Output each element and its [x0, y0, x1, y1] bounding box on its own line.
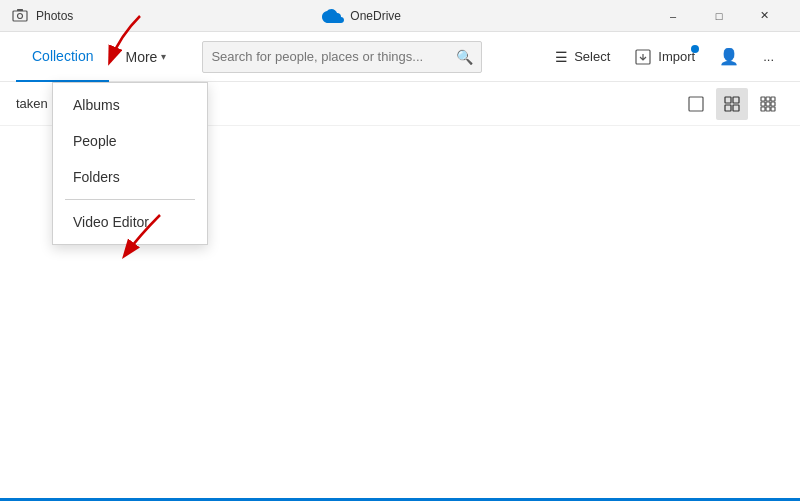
dropdown-item-video-editor[interactable]: Video Editor: [53, 204, 207, 240]
dropdown-item-people[interactable]: People: [53, 123, 207, 159]
import-badge: [691, 45, 699, 53]
svg-rect-13: [766, 102, 770, 106]
account-button[interactable]: 👤: [709, 41, 749, 73]
svg-rect-16: [766, 107, 770, 111]
svg-rect-10: [766, 97, 770, 101]
onedrive-area: OneDrive: [322, 9, 401, 23]
list-view-button[interactable]: [680, 88, 712, 120]
search-input[interactable]: [211, 49, 450, 64]
svg-rect-7: [725, 105, 731, 111]
onedrive-label: OneDrive: [350, 9, 401, 23]
title-bar-controls: – □ ✕: [650, 0, 788, 32]
more-dropdown-menu: Albums People Folders Video Editor: [52, 82, 208, 245]
dropdown-divider: [65, 199, 195, 200]
onedrive-icon: [322, 9, 344, 23]
svg-rect-2: [17, 9, 23, 11]
search-icon: 🔍: [456, 49, 473, 65]
view-buttons: [680, 88, 784, 120]
tab-more[interactable]: More ▾: [113, 32, 178, 82]
app-title: Photos: [36, 9, 73, 23]
large-grid-view-button[interactable]: [752, 88, 784, 120]
date-taken-label: taken: [16, 96, 48, 111]
close-button[interactable]: ✕: [742, 0, 788, 32]
svg-point-1: [18, 13, 23, 18]
select-button[interactable]: ☰ Select: [545, 41, 620, 73]
search-bar[interactable]: 🔍: [202, 41, 482, 73]
nav-bar: Collection More ▾ 🔍 ☰ Select Import 👤 ..…: [0, 32, 800, 82]
more-options-button[interactable]: ...: [753, 41, 784, 73]
chevron-down-icon: ▾: [161, 51, 166, 62]
minimize-button[interactable]: –: [650, 0, 696, 32]
title-bar: Photos OneDrive – □ ✕: [0, 0, 800, 32]
svg-rect-5: [725, 97, 731, 103]
nav-actions: ☰ Select Import 👤 ...: [545, 41, 784, 73]
svg-rect-14: [771, 102, 775, 106]
select-icon: ☰: [555, 49, 568, 65]
maximize-button[interactable]: □: [696, 0, 742, 32]
svg-rect-0: [13, 11, 27, 21]
grid-view-button[interactable]: [716, 88, 748, 120]
svg-rect-15: [761, 107, 765, 111]
svg-rect-6: [733, 97, 739, 103]
import-icon: [634, 48, 652, 66]
import-button[interactable]: Import: [624, 41, 705, 73]
svg-rect-8: [733, 105, 739, 111]
svg-rect-9: [761, 97, 765, 101]
svg-rect-12: [761, 102, 765, 106]
svg-rect-17: [771, 107, 775, 111]
tab-collection[interactable]: Collection: [16, 32, 109, 82]
dropdown-item-albums[interactable]: Albums: [53, 87, 207, 123]
svg-rect-4: [689, 97, 703, 111]
dropdown-item-folders[interactable]: Folders: [53, 159, 207, 195]
account-icon: 👤: [719, 47, 739, 66]
title-bar-left: Photos: [12, 8, 73, 24]
photos-app-icon: [12, 8, 28, 24]
svg-rect-11: [771, 97, 775, 101]
